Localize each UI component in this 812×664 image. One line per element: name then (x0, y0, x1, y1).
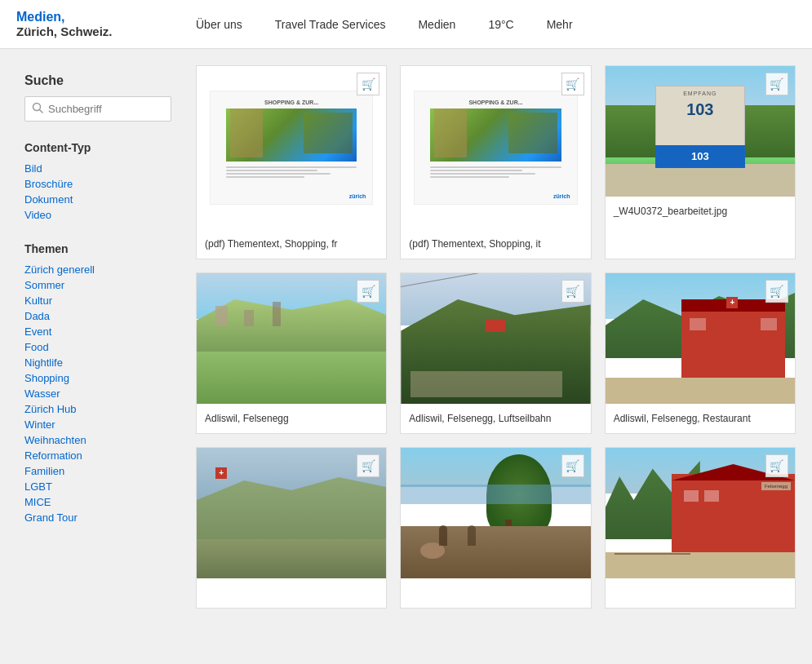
thema-grand-tour[interactable]: Grand Tour (24, 510, 171, 525)
card-adliswil-cable[interactable]: 🛒 Adliswil, Felsenegg, Luftseilbahn (400, 272, 591, 434)
cart-button-5[interactable]: 🛒 (561, 280, 584, 303)
logo-sub: Zürich, Schweiz. (16, 24, 147, 38)
themen-title: Themen (24, 242, 171, 255)
card-caption-6: Adliswil, Felsenegg, Restaurant (606, 404, 795, 433)
card-shopping-fr[interactable]: SHOPPING & ZUR... zürich (196, 65, 387, 259)
main-content: SHOPPING & ZUR... zürich (188, 49, 812, 664)
cart-icon-5: 🛒 (566, 285, 579, 298)
card-caption-4: Adliswil, Felsenegg (197, 404, 386, 433)
svg-line-1 (40, 110, 43, 113)
cart-icon-7: 🛒 (362, 459, 375, 472)
card-w4u[interactable]: EMPFANG 103 103 🛒 _W4U0372_bearbeitet.jp… (605, 65, 796, 259)
content-type-video[interactable]: Video (24, 207, 171, 223)
page-body: Suche Content-Typ Bild Broschüre Dokumen… (0, 49, 812, 664)
content-type-dokument[interactable]: Dokument (24, 192, 171, 207)
thema-dada[interactable]: Dada (24, 308, 171, 324)
card-caption-5: Adliswil, Felsenegg, Luftseilbahn (401, 404, 590, 433)
thema-sommer[interactable]: Sommer (24, 277, 171, 293)
card-caption-8 (401, 578, 590, 608)
cart-icon-6: 🛒 (770, 285, 783, 298)
card-adliswil-city[interactable]: 🛒 Adliswil, Felsenegg (196, 272, 387, 434)
card-caption-2: (pdf) Thementext, Shopping, it (401, 229, 590, 259)
cart-icon-2: 🛒 (566, 77, 579, 91)
thema-shopping[interactable]: Shopping (24, 370, 171, 386)
thema-mice[interactable]: MICE (24, 494, 171, 510)
content-type-broschure[interactable]: Broschüre (24, 176, 171, 192)
card-caption-9 (606, 578, 795, 608)
thema-zurich-generell[interactable]: Zürich generell (24, 262, 171, 277)
card-terrace[interactable]: 🛒 (400, 447, 591, 609)
nav-travel-trade[interactable]: Travel Trade Services (275, 18, 386, 31)
search-input[interactable] (48, 103, 164, 115)
logo[interactable]: Medien, Zürich, Schweiz. (16, 10, 147, 38)
cart-icon-9: 🛒 (770, 459, 783, 472)
nav-temperature[interactable]: 19°C (488, 18, 513, 31)
thema-reformation[interactable]: Reformation (24, 448, 171, 463)
thema-familien[interactable]: Familien (24, 463, 171, 479)
card-redhouse2[interactable]: Felsenegg 🛒 (605, 447, 796, 609)
card-caption-7 (197, 578, 386, 608)
nav-mehr[interactable]: Mehr (547, 18, 573, 31)
search-box[interactable] (24, 96, 171, 122)
sidebar: Suche Content-Typ Bild Broschüre Dokumen… (0, 49, 188, 664)
cart-button-3[interactable]: 🛒 (765, 73, 788, 95)
search-label: Suche (24, 73, 171, 88)
card-caption-1: (pdf) Thementext, Shopping, fr (197, 229, 386, 259)
thema-nightlife[interactable]: Nightlife (24, 355, 171, 370)
nav-medien[interactable]: Medien (418, 18, 455, 31)
cart-button-8[interactable]: 🛒 (561, 454, 584, 477)
cart-icon-4: 🛒 (362, 285, 375, 298)
cart-button-4[interactable]: 🛒 (357, 280, 379, 303)
themen-list: Zürich generell Sommer Kultur Dada Event… (24, 262, 171, 525)
thema-wasser[interactable]: Wasser (24, 386, 171, 401)
header: Medien, Zürich, Schweiz. Über uns Travel… (0, 0, 812, 49)
thema-lgbt[interactable]: LGBT (24, 479, 171, 494)
thema-weihnachten[interactable]: Weihnachten (24, 432, 171, 448)
card-panorama[interactable]: + 🛒 (196, 447, 387, 609)
thema-kultur[interactable]: Kultur (24, 293, 171, 308)
card-caption-3: _W4U0372_bearbeitet.jpg (606, 197, 795, 226)
cart-icon-1: 🛒 (362, 77, 375, 91)
cart-icon-3: 🛒 (770, 77, 783, 91)
cart-button-1[interactable]: 🛒 (357, 73, 379, 95)
content-type-bild[interactable]: Bild (24, 161, 171, 176)
logo-medien: Medien, (16, 10, 147, 24)
cart-button-9[interactable]: 🛒 (765, 454, 788, 477)
cart-button-7[interactable]: 🛒 (357, 454, 379, 477)
main-nav: Über uns Travel Trade Services Medien 19… (196, 18, 796, 31)
cart-icon-8: 🛒 (566, 459, 579, 472)
content-type-list: Bild Broschüre Dokument Video (24, 161, 171, 223)
content-type-title: Content-Typ (24, 141, 171, 154)
cart-button-6[interactable]: 🛒 (765, 280, 788, 303)
card-adliswil-restaurant[interactable]: + 🛒 Adliswil, Felsenegg, Restaurant (605, 272, 796, 434)
media-grid: SHOPPING & ZUR... zürich (196, 65, 796, 609)
thema-event[interactable]: Event (24, 324, 171, 339)
cart-button-2[interactable]: 🛒 (561, 73, 584, 95)
search-icon (32, 102, 43, 116)
nav-ueber-uns[interactable]: Über uns (196, 18, 242, 31)
thema-zurich-hub[interactable]: Zürich Hub (24, 401, 171, 417)
thema-food[interactable]: Food (24, 339, 171, 355)
card-shopping-it[interactable]: SHOPPING & ZUR... zürich (400, 65, 591, 259)
thema-winter[interactable]: Winter (24, 417, 171, 432)
